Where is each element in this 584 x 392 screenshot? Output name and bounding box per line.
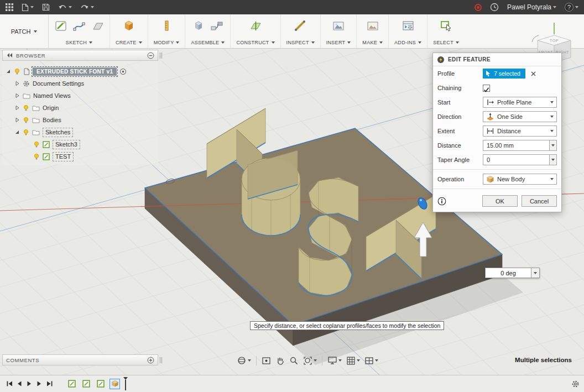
- timeline-skip-start-button[interactable]: [4, 379, 14, 389]
- clear-selection-button[interactable]: [531, 71, 536, 76]
- assemble-menu[interactable]: ASSEMBLE: [191, 40, 225, 45]
- tree-item-named-views[interactable]: Named Views: [2, 90, 158, 102]
- new-component-icon[interactable]: [192, 19, 205, 35]
- file-menu-button[interactable]: [22, 3, 34, 12]
- orbit-button[interactable]: [234, 354, 253, 367]
- direction-select[interactable]: One Side: [483, 111, 557, 122]
- chaining-checkbox[interactable]: [483, 85, 490, 92]
- expanded-triangle-icon[interactable]: [6, 69, 11, 74]
- spline-icon[interactable]: [72, 19, 86, 35]
- tree-item-sketches[interactable]: Sketches: [2, 126, 158, 138]
- make-menu[interactable]: MAKE: [362, 40, 383, 45]
- timeline-settings-gear[interactable]: [571, 380, 580, 388]
- comments-header[interactable]: COMMENTS: [2, 354, 158, 365]
- look-at-button[interactable]: [259, 355, 273, 367]
- timeline-feature-sketch-1[interactable]: [66, 379, 77, 389]
- timeline-feature-extrude[interactable]: [109, 379, 120, 389]
- collapsed-triangle-icon[interactable]: [14, 81, 20, 86]
- joint-icon[interactable]: [210, 19, 223, 35]
- comments-title: COMMENTS: [6, 357, 39, 363]
- visibility-bulb-icon[interactable]: [33, 153, 40, 160]
- panel-resize-grip[interactable]: [160, 53, 162, 59]
- taper-angle-input[interactable]: 0: [483, 154, 550, 165]
- minimize-panel-icon[interactable]: [147, 52, 154, 59]
- construction-plane-icon[interactable]: [249, 19, 262, 35]
- extrude-icon[interactable]: [122, 19, 135, 35]
- create-menu[interactable]: CREATE: [116, 40, 142, 45]
- collapse-panel-icon[interactable]: [6, 52, 13, 59]
- timeline-step-back-button[interactable]: [14, 379, 24, 389]
- activate-target-icon[interactable]: [119, 68, 127, 75]
- distance-input[interactable]: 15.00 mm: [483, 140, 550, 151]
- tree-item-test[interactable]: TEST: [2, 150, 158, 163]
- info-icon[interactable]: [437, 197, 446, 206]
- visibility-bulb-icon[interactable]: [23, 117, 29, 124]
- record-icon[interactable]: [474, 4, 482, 11]
- patch-workspace-selector[interactable]: PATCH: [0, 14, 49, 48]
- pan-button[interactable]: [273, 355, 287, 367]
- clock-icon[interactable]: [490, 3, 499, 12]
- add-comment-icon[interactable]: [147, 357, 154, 364]
- insert-image-icon[interactable]: [332, 19, 345, 35]
- operation-select[interactable]: New Body: [483, 174, 557, 185]
- tree-item-document-settings[interactable]: Document Settings: [2, 77, 158, 90]
- insert-menu[interactable]: INSERT: [326, 40, 351, 45]
- collapsed-triangle-icon[interactable]: [14, 105, 20, 111]
- display-settings-button[interactable]: [325, 355, 344, 366]
- panel-resize-grip[interactable]: [160, 357, 162, 363]
- sketch-menu[interactable]: SKETCH: [66, 40, 92, 45]
- press-pull-icon[interactable]: [160, 19, 173, 35]
- cancel-button[interactable]: Cancel: [522, 195, 557, 207]
- visibility-bulb-icon[interactable]: [14, 68, 20, 75]
- timeline-feature-sketch-2[interactable]: [81, 379, 91, 389]
- undo-button[interactable]: [58, 4, 72, 11]
- inspect-menu[interactable]: INSPECT: [286, 40, 315, 45]
- timeline-play-button[interactable]: [24, 379, 34, 389]
- tree-item-origin[interactable]: Origin: [2, 102, 158, 114]
- construct-menu[interactable]: CONSTRUCT: [236, 40, 274, 45]
- viewports-button[interactable]: [362, 356, 380, 366]
- angle-input[interactable]: 0 deg: [485, 268, 531, 278]
- user-menu[interactable]: Pawel Potyrala: [507, 3, 556, 11]
- timeline-feature-sketch-3[interactable]: [95, 379, 106, 389]
- tree-item-bodies[interactable]: Bodies: [2, 114, 158, 126]
- dialog-header[interactable]: EDIT FEATURE: [433, 53, 561, 66]
- distance-dropdown[interactable]: [549, 140, 557, 151]
- fit-button[interactable]: [301, 355, 319, 367]
- addins-menu[interactable]: ADD-INS: [394, 40, 421, 45]
- sketch-plane-icon[interactable]: [91, 19, 104, 35]
- collapsed-triangle-icon[interactable]: [14, 93, 20, 98]
- grid-settings-button[interactable]: [344, 355, 362, 367]
- redo-button[interactable]: [80, 4, 94, 11]
- expanded-triangle-icon[interactable]: [14, 129, 20, 135]
- timeline-skip-end-button[interactable]: [44, 379, 54, 389]
- modify-menu[interactable]: MODIFY: [154, 40, 180, 45]
- measure-icon[interactable]: [294, 19, 307, 35]
- visibility-bulb-icon[interactable]: [33, 141, 40, 148]
- select-menu[interactable]: SELECT: [433, 40, 459, 45]
- timeline-step-forward-button[interactable]: [34, 379, 44, 389]
- create-sketch-icon[interactable]: [54, 19, 67, 35]
- collapsed-triangle-icon[interactable]: [14, 117, 20, 123]
- edit-feature-dialog: EDIT FEATURE Profile 7 selected Chaining: [432, 53, 562, 212]
- tree-root-row[interactable]: EXTRUDED STICK FONT v1: [2, 65, 158, 77]
- visibility-bulb-icon[interactable]: [23, 129, 29, 136]
- start-select[interactable]: Profile Plane: [483, 97, 557, 108]
- select-icon[interactable]: [440, 19, 453, 35]
- zoom-button[interactable]: [287, 355, 301, 367]
- save-button[interactable]: [42, 3, 50, 11]
- taper-angle-dropdown[interactable]: [549, 154, 557, 165]
- browser-header[interactable]: BROWSER: [2, 50, 158, 61]
- profile-selection-badge[interactable]: 7 selected: [483, 69, 525, 79]
- visibility-bulb-icon[interactable]: [23, 104, 29, 112]
- extent-select[interactable]: Distance: [483, 126, 557, 137]
- help-menu[interactable]: ?: [565, 3, 578, 12]
- app-grid-icon[interactable]: [6, 3, 13, 11]
- tree-item-sketch3[interactable]: Sketch3: [2, 138, 158, 150]
- make-3dprint-icon[interactable]: [366, 19, 379, 35]
- angle-dropdown[interactable]: [531, 268, 540, 278]
- timeline-playhead[interactable]: [123, 377, 128, 390]
- root-document-label[interactable]: EXTRUDED STICK FONT v1: [33, 67, 117, 76]
- scripts-addins-icon[interactable]: [401, 19, 415, 35]
- ok-button[interactable]: OK: [482, 195, 518, 207]
